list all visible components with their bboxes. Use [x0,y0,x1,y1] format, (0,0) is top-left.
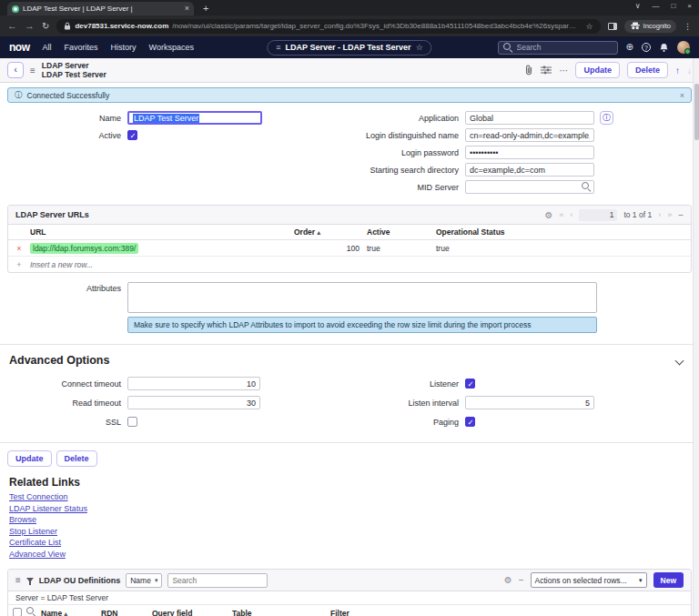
delete-button-header[interactable]: Delete [627,62,668,78]
url-cell-highlighted[interactable]: ldap://ldap.forumsys.com:389/ [30,243,138,254]
ou-col-rdn[interactable]: RDN [101,609,152,616]
name-input[interactable]: LDAP Test Server [127,111,262,125]
banner-close-icon[interactable]: × [680,91,684,100]
back-button[interactable]: ‹ [7,62,24,78]
address-bar[interactable]: dev78531.service-now.com /now/nav/ui/cla… [56,19,600,34]
bookmark-star-icon[interactable]: ☆ [585,22,593,31]
globe-icon[interactable]: ⊕ [626,43,633,52]
filter-funnel-icon[interactable] [26,578,34,582]
context-record-pill[interactable]: ≡ LDAP Server - LDAP Test Server ☆ [267,40,431,56]
nav-item-workspaces[interactable]: Workspaces [149,43,194,52]
new-tab-button[interactable]: + [203,3,208,15]
ou-search-input[interactable] [167,573,268,588]
active-checkbox[interactable] [127,130,137,140]
related-links-section: Related Links Test Connection LDAP Liste… [0,470,699,561]
global-search-input[interactable] [517,43,613,52]
nav-item-history[interactable]: History [111,43,137,52]
link-advanced-view[interactable]: Advanced View [9,549,690,560]
ou-col-table[interactable]: Table [232,609,330,616]
form-context-menu-icon[interactable]: ≡ [30,66,35,76]
user-avatar[interactable] [677,41,690,54]
attributes-textarea[interactable] [127,282,597,313]
page-scrollbar[interactable] [693,58,699,616]
status-cell[interactable]: true [436,244,691,253]
ou-search-field-select[interactable]: Name▾ [126,573,162,588]
scrollbar-thumb[interactable] [694,84,699,140]
urls-col-active[interactable]: Active [367,227,436,237]
link-certificate-list[interactable]: Certificate List [9,537,690,549]
delete-row-icon[interactable]: × [8,244,30,253]
nav-item-favorites[interactable]: Favorites [65,43,98,52]
link-stop-listener[interactable]: Stop Listener [9,526,690,538]
window-close-button[interactable]: × [687,2,692,10]
sort-asc-icon: ▴ [318,229,321,236]
ou-collapse-icon[interactable]: − [519,575,524,585]
personalize-form-icon[interactable] [541,66,552,75]
tab-search-icon[interactable]: ∨ [635,2,641,10]
active-cell[interactable]: true [367,244,436,253]
application-info-button[interactable]: ⓘ [600,111,613,125]
listen-interval-input[interactable] [465,396,594,409]
login-dn-label: Login distinguished name [350,131,459,140]
ou-gear-icon[interactable]: ⚙ [504,575,512,585]
listener-checkbox[interactable] [465,379,475,389]
ou-col-filter[interactable]: Filter [330,609,691,616]
insert-row[interactable]: + Insert a new row... [8,257,691,272]
previous-record-icon[interactable]: ↑ [675,66,680,76]
login-password-input[interactable] [465,146,594,159]
notifications-bell-icon[interactable] [659,43,669,53]
browser-tab[interactable]: LDAP Test Server | LDAP Server | × [7,2,194,15]
update-button-header[interactable]: Update [575,62,620,78]
global-search[interactable] [498,41,618,55]
ssl-checkbox[interactable] [127,417,137,427]
chevron-down-icon[interactable] [675,356,684,365]
hamburger-icon[interactable]: ≡ [276,43,280,52]
ou-col-name[interactable]: Name ▴ [41,609,101,616]
urls-section-title: LDAP Server URLs [15,210,89,219]
url-host: dev78531.service-now.com [75,22,168,30]
read-timeout-input[interactable] [127,396,260,409]
delete-button-footer[interactable]: Delete [56,450,97,467]
window-minimize-button[interactable]: — [652,2,659,10]
more-options-icon[interactable]: ⋯ [559,66,568,76]
paging-checkbox[interactable] [465,417,475,427]
column-search-icon[interactable] [26,607,36,616]
urls-page-value[interactable]: 1 [579,209,617,221]
ou-breadcrumb[interactable]: Server = LDAP Test Server [8,591,691,605]
help-icon[interactable]: ? [642,43,651,52]
forward-icon[interactable]: → [25,21,35,31]
reload-icon[interactable]: ↻ [42,21,49,31]
back-icon[interactable]: ← [7,21,17,31]
ou-col-query-field[interactable]: Query field [152,609,232,616]
tab-close-icon[interactable]: × [185,5,189,13]
nav-item-all[interactable]: All [43,43,52,52]
update-button-footer[interactable]: Update [7,450,52,467]
paging-label: Paging [350,418,459,427]
order-cell[interactable]: 100 [294,244,367,253]
ou-list-menu-icon[interactable]: ≡ [15,575,21,585]
urls-col-order[interactable]: Order ▴ [294,227,367,237]
login-dn-input[interactable] [465,128,594,142]
link-ldap-listener-status[interactable]: LDAP Listener Status [9,503,690,515]
link-browse[interactable]: Browse [9,514,690,526]
urls-col-url[interactable]: URL [30,227,294,237]
starting-search-directory-input[interactable] [465,163,594,177]
urls-col-status[interactable]: Operational Status [436,227,691,237]
mid-server-lookup-icon[interactable] [582,182,592,192]
urls-collapse-icon[interactable]: − [678,210,684,220]
mid-server-input[interactable] [465,180,594,194]
insert-row-label[interactable]: Insert a new row... [30,260,294,269]
connect-timeout-input[interactable] [127,377,260,390]
new-button[interactable]: New [653,572,684,588]
actions-dropdown[interactable]: Actions on selected rows...▾ [531,572,647,588]
favorite-star-icon[interactable]: ☆ [416,43,423,52]
window-maximize-button[interactable]: □ [671,2,675,10]
attachment-paperclip-icon[interactable] [524,65,533,76]
urls-gear-icon[interactable]: ⚙ [544,210,552,220]
side-panel-icon[interactable] [608,23,617,30]
now-logo[interactable]: now [9,41,30,54]
insert-row-plus-icon[interactable]: + [8,260,30,269]
select-all-checkbox[interactable] [13,608,22,616]
link-test-connection[interactable]: Test Connection [9,491,690,503]
browser-menu-icon[interactable]: ⋮ [684,22,692,31]
